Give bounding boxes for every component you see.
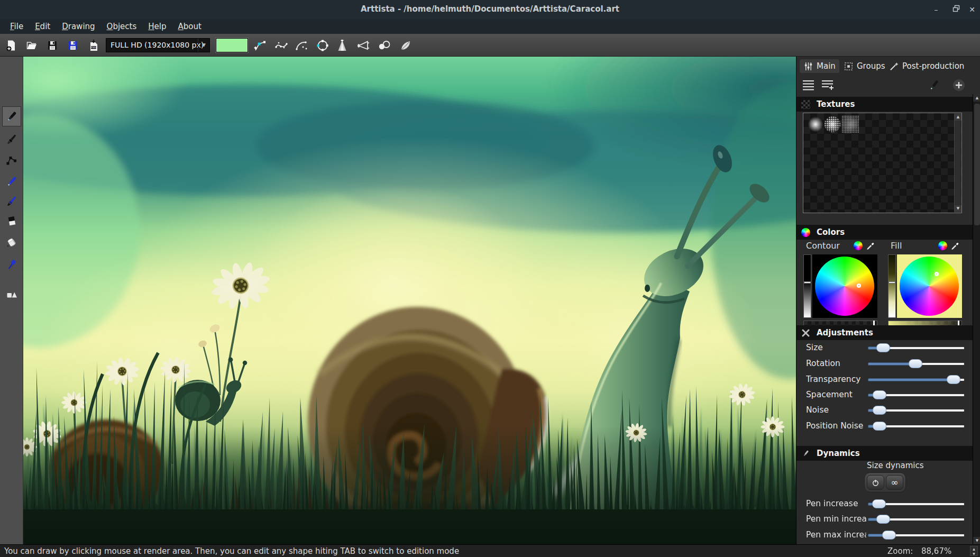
infinity-toggle-button[interactable]: ∞ <box>886 475 903 490</box>
texture-thumb-grain[interactable] <box>825 116 840 132</box>
contour-color-wheel[interactable] <box>815 257 874 316</box>
colors-header[interactable]: Colors <box>796 225 973 240</box>
export-png-button[interactable]: PNG <box>86 38 102 53</box>
menu-objects[interactable]: Objects <box>102 21 142 32</box>
position-noise-slider[interactable] <box>868 423 965 430</box>
scroll-up-icon[interactable]: ▲ <box>955 114 961 121</box>
texture-thumb-noise[interactable] <box>841 115 859 133</box>
close-button[interactable]: ✕ <box>967 4 977 15</box>
fill-wheel-icon[interactable] <box>938 241 947 250</box>
texture-icon <box>801 100 810 109</box>
tool-roller-mug[interactable] <box>2 232 21 252</box>
horn-tool-button[interactable] <box>354 38 372 53</box>
contour-eyedropper-icon[interactable] <box>866 241 875 250</box>
menu-file[interactable]: File <box>5 21 28 32</box>
arc-tool-button[interactable] <box>292 38 310 53</box>
leaf-tool-button[interactable] <box>397 38 415 53</box>
size-slider[interactable] <box>868 344 965 352</box>
menu-edit[interactable]: Edit <box>30 21 55 32</box>
position-noise-slider-handle[interactable] <box>873 422 886 431</box>
restore-icon <box>952 5 960 12</box>
pen-min-increase-slider-handle[interactable] <box>876 515 890 524</box>
dynamics-header[interactable]: Dynamics <box>796 446 973 461</box>
pen-max-increase-slider-handle[interactable] <box>882 531 896 540</box>
rotation-slider-handle[interactable] <box>909 359 922 368</box>
tool-blue-brush[interactable] <box>2 191 21 211</box>
layer-list-add-button[interactable] <box>820 78 836 93</box>
panel-scroll-thumb[interactable] <box>974 104 980 225</box>
contour-wheel-box[interactable] <box>812 254 877 318</box>
tool-shapes[interactable] <box>2 284 21 304</box>
textures-header[interactable]: Textures <box>796 97 973 112</box>
texture-thumb-soft[interactable] <box>808 116 823 132</box>
tool-black-pen[interactable] <box>2 106 21 126</box>
chevron-down-icon: ▼ <box>198 39 209 52</box>
spacement-slider-handle[interactable] <box>873 390 886 399</box>
tool-black-brush[interactable] <box>2 129 21 149</box>
tool-node-editor[interactable] <box>2 150 21 170</box>
new-document-button[interactable] <box>3 38 19 53</box>
noise-slider[interactable] <box>868 407 965 414</box>
polyline-icon <box>253 39 267 52</box>
panel-scroll-down-icon[interactable]: ▼ <box>973 537 980 544</box>
texture-list[interactable]: ▲ ▼ <box>803 113 962 213</box>
tool-blue-pen[interactable] <box>2 171 21 191</box>
dynamics-icon <box>801 449 810 458</box>
curve-tool-button[interactable] <box>272 38 290 53</box>
menu-about[interactable]: About <box>173 21 206 32</box>
pen-max-increase-slider[interactable] <box>868 532 965 539</box>
tab-post-production[interactable]: Post-production <box>885 59 968 73</box>
tool-spatula[interactable] <box>2 254 21 275</box>
tab-groups[interactable]: Groups <box>840 59 889 73</box>
contour-value-bar[interactable] <box>803 254 811 318</box>
contour-value-marker[interactable] <box>804 281 811 284</box>
svg-text:PNG: PNG <box>91 46 96 49</box>
pen-increase-slider[interactable] <box>868 500 965 508</box>
polyline-tool-button[interactable] <box>251 38 269 53</box>
panel-scroll-up-icon[interactable]: ▲ <box>973 94 980 102</box>
size-slider-handle[interactable] <box>876 343 890 352</box>
fill-color-wheel[interactable] <box>900 257 959 316</box>
zoom-spinner[interactable]: ▲▼ <box>970 546 978 556</box>
noise-slider-handle[interactable] <box>873 406 886 415</box>
ellipse-tool-button[interactable] <box>314 38 332 53</box>
pen-min-increase-slider[interactable] <box>868 516 965 523</box>
minimize-button[interactable]: – <box>931 4 941 15</box>
layer-list-button[interactable] <box>801 78 817 93</box>
add-button[interactable] <box>951 78 967 93</box>
adjustments-header[interactable]: Adjustments <box>796 325 973 340</box>
menu-bar: File Edit Drawing Objects Help About <box>0 19 980 34</box>
save-button[interactable] <box>44 38 60 53</box>
transparency-slider-handle[interactable] <box>947 375 960 384</box>
tab-main[interactable]: Main <box>800 59 839 73</box>
fill-value-marker[interactable] <box>889 281 895 284</box>
save-icon <box>46 39 59 52</box>
fill-value-bar[interactable] <box>888 254 896 318</box>
menu-help[interactable]: Help <box>143 21 171 32</box>
transparency-slider[interactable] <box>868 376 965 383</box>
texture-scrollbar[interactable]: ▲ ▼ <box>954 114 961 212</box>
active-color-swatch[interactable] <box>216 38 248 52</box>
circles-tool-button[interactable] <box>375 38 393 53</box>
panel-scrollbar[interactable]: ▲ ▼ <box>973 94 980 544</box>
spacement-slider[interactable] <box>868 391 965 399</box>
pen-increase-slider-handle[interactable] <box>872 499 886 508</box>
fill-eyedropper-icon[interactable] <box>951 241 960 250</box>
rotation-slider[interactable] <box>868 360 965 368</box>
size-dynamics-toggle: ∞ <box>864 472 906 492</box>
canvas-render-area[interactable] <box>23 57 796 544</box>
canvas-size-select[interactable]: FULL HD (1920x1080 px) ▼ <box>106 38 210 52</box>
menu-drawing[interactable]: Drawing <box>57 21 99 32</box>
maximize-button[interactable] <box>951 4 961 15</box>
panel-pen-button[interactable] <box>926 78 942 93</box>
cone-tool-button[interactable] <box>333 38 351 53</box>
scroll-down-icon[interactable]: ▼ <box>955 205 961 212</box>
save-as-button[interactable] <box>65 38 81 53</box>
fill-color-marker[interactable] <box>935 272 939 276</box>
open-button[interactable] <box>24 38 40 53</box>
contour-wheel-icon[interactable] <box>854 241 863 250</box>
contour-color-marker[interactable] <box>857 284 861 288</box>
power-toggle-button[interactable] <box>867 475 884 490</box>
tool-eraser[interactable] <box>2 211 21 231</box>
fill-wheel-box[interactable] <box>897 254 962 318</box>
